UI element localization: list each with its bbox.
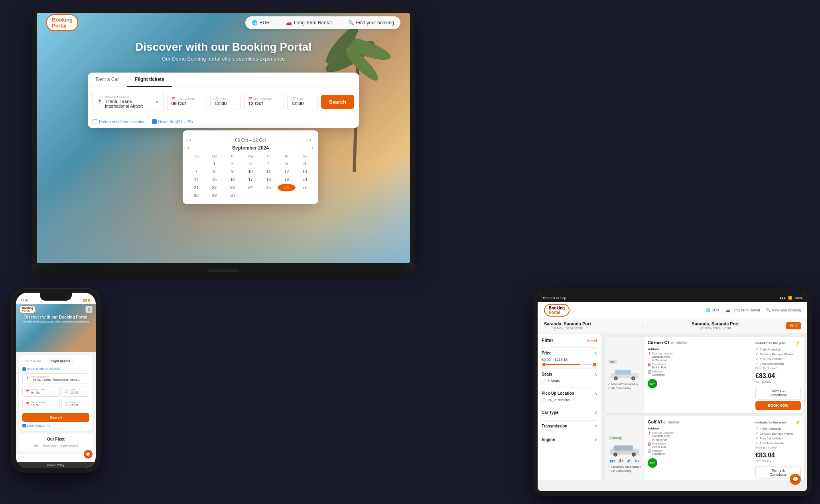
calendar-days: 1 2 3 4 5 6 7 8 9 10 11 (187, 160, 313, 199)
phone-fleet-section: Our Fleet Mini Economy Intermediate (19, 434, 93, 451)
laptop-website: Booking Portal 🌐 EUR 🚗 Long Term R (37, 13, 410, 263)
tablet-device: 12:09 Fri 27 Sep ●●● 📶 100% BookingPorta… (533, 289, 812, 496)
phone-search-tabs: Rent a Car Flight tickets (22, 358, 89, 364)
driver-age-checkbox-icon (22, 424, 26, 427)
nav-currency[interactable]: 🌐 EUR (252, 20, 270, 26)
addon-fuel-citroen: ⛽ Fuel Policy: Full to Full (648, 363, 749, 369)
filter-title: Filter (542, 338, 553, 343)
cartype-chevron-icon: ∨ (594, 410, 597, 415)
tab-rent-car[interactable]: Rent a Car (88, 73, 127, 87)
tablet-filter-sidebar: Filter Reset Price ∧ €0.00 – €213.15 (538, 334, 601, 480)
price-slider-left-thumb[interactable] (542, 362, 546, 367)
calendar-range-header: ‹ 06 Oct – 12 Oct › (187, 135, 313, 145)
tablet-screen: 12:09 Fri 27 Sep ●●● 📶 100% BookingPorta… (538, 293, 807, 491)
tablet-search-icon: 🔍 (766, 308, 771, 312)
logo-text-line2: Portal (52, 23, 67, 29)
tablet-wifi-icon: 📶 (788, 296, 792, 300)
filter-reset-button[interactable]: Reset (587, 339, 597, 343)
phone-fleet-categories: Mini Economy Intermediate (22, 444, 89, 447)
price-range-label: €0.00 – €213.15 (542, 358, 597, 362)
svg-rect-8 (623, 370, 630, 374)
driver-age-checkbox[interactable]: Driver Age(21 – 75) (152, 119, 193, 124)
phone-driver-age: Driver Age(21 – 75) (22, 424, 89, 427)
cal-prev-month[interactable]: ‹ (187, 145, 189, 151)
laptop-pickup-location-field[interactable]: 📍 Pick-Up Location Tirana, Tirana Intern… (93, 92, 164, 112)
phone-cookie-banner[interactable]: Cookie Policy (16, 462, 96, 468)
seats-chevron-icon: ∧ (594, 372, 597, 376)
laptop-pickup-date-field[interactable]: 📅 Pick-up Date 06 Oct (167, 94, 207, 110)
car-badge-economy-golf: Economy (608, 436, 623, 440)
nav-long-term[interactable]: 🚗 Long Term Rental (286, 20, 332, 26)
phone-hero: BookingPortal ☰ Discover with our Bookin… (16, 304, 96, 352)
cal-next-month[interactable]: › (311, 145, 313, 151)
cal-prev-icon[interactable]: ‹ (190, 138, 191, 142)
laptop-hero-subtitle: Our Demo Booking portal offers seamless … (37, 56, 410, 62)
checkbox-empty-icon (93, 119, 97, 124)
filter-engine-header[interactable]: Engine ∨ (542, 437, 597, 442)
tablet-time: 12:09 Fri 27 Sep (542, 296, 566, 300)
dropdown-icon: ▼ (155, 99, 160, 105)
tablet-chat-button[interactable]: 💬 (790, 474, 801, 485)
phone-clock-icon-2: 🕐 (65, 402, 69, 406)
phone-content: BookingPortal ☰ Discover with our Bookin… (16, 304, 96, 468)
phone-tab-rent[interactable]: Rent a Car (22, 358, 44, 364)
addon-pickup-golf: 📍 Pick-Up Location: Saranda PortIn Termi… (648, 431, 749, 441)
price-slider[interactable] (542, 364, 597, 365)
phone-chat-button[interactable]: 💬 (84, 450, 93, 459)
filter-seats-section: Seats ∧ 5 Seats (542, 368, 597, 388)
phone-time: 17:02 (21, 299, 29, 302)
laptop-search-widget: Rent a Car Flight tickets 📍 Pick-Up Loca… (88, 73, 359, 128)
laptop-dropoff-time-field[interactable]: 🕐 Time 12:00 (287, 94, 318, 110)
phone-hero-title: Discover with our Booking Portal (20, 315, 92, 319)
filter-5-seats[interactable]: 5 Seats (542, 379, 597, 383)
laptop-pickup-time-field[interactable]: 🕐 Time 12:00 (210, 94, 241, 110)
laptop-base (32, 263, 415, 278)
filter-seats-header[interactable]: Seats ∧ (542, 372, 597, 376)
phone-screen: 17:02 📶🔋 BookingPortal ☰ Discover with o… (16, 293, 96, 468)
phone-logo: BookingPortal (19, 305, 36, 313)
filter-cartype-header[interactable]: Car Type ∨ (542, 410, 597, 415)
book-button-citroen[interactable]: BOOK NOW (755, 401, 801, 410)
phone-hero-subtitle: Our Demo Booking portal offers seamless … (20, 320, 92, 323)
laptop-search-button[interactable]: Search (321, 95, 354, 109)
price-slider-right-thumb[interactable] (592, 362, 597, 367)
phone-pickup-location[interactable]: 📍 Pick-Up Location Tirana, Tirana Intern… (22, 373, 89, 384)
tablet-main-content: Filter Reset Price ∧ €0.00 – €213.15 (538, 334, 807, 480)
phone-return-checkbox[interactable]: Return in different location (22, 367, 89, 371)
car-image-golf: Economy (605, 416, 645, 480)
tablet-globe-icon: 🌐 (706, 308, 710, 312)
filter-transmission-header[interactable]: Transmission ∨ (542, 424, 597, 428)
laptop-hero: Booking Portal 🌐 EUR 🚗 Long Term R (37, 13, 410, 263)
tablet-edit-button[interactable]: EDIT (786, 322, 801, 329)
tab-flight-tickets[interactable]: Flight tickets (127, 73, 172, 87)
phone-fleet-title: Our Fleet (22, 437, 89, 441)
tablet-nav-currency[interactable]: 🌐 EUR (706, 308, 719, 312)
return-different-location-checkbox[interactable]: Return in different location (93, 119, 146, 124)
phone-dropoff-date[interactable]: 📅 Drop-off Date 11 Oct (22, 399, 60, 410)
tablet-signal-icon: ●●● (780, 296, 786, 300)
laptop-screen: Booking Portal 🌐 EUR 🚗 Long Term R (37, 13, 410, 263)
phone-menu-icon[interactable]: ☰ (85, 306, 93, 313)
filter-in-terminal[interactable]: IN_TERMINAL (542, 398, 597, 402)
nav-find-booking[interactable]: 🔍 Find your booking (348, 20, 394, 26)
phone-pickup-date[interactable]: 📅 Pick-up Date 04 Oct (22, 386, 60, 397)
laptop-dropoff-date-field[interactable]: 📅 Drop-off Date 12 Oct (244, 94, 284, 110)
phone-dropoff-time[interactable]: 🕐 Time 12:00 (61, 399, 89, 410)
phone-pickup-time[interactable]: 🕐 Time 12:00 (61, 386, 89, 397)
bp-logo-golf: BP (648, 458, 657, 468)
car-price-citroen: Included in the price ⚡ ✓Theft Protectio… (752, 337, 804, 413)
nav-divider-1 (278, 20, 278, 26)
filter-price-header[interactable]: Price ∧ (542, 351, 597, 355)
phone-search-widget: Rent a Car Flight tickets Return in diff… (19, 355, 93, 431)
filter-transmission-section: Transmission ∨ (542, 420, 597, 434)
filter-pickup-section: Pick-Up Location ∧ IN_TERMINAL (542, 388, 597, 407)
car-features-golf: ✓ Automatic Transmission ✓ Air Condition… (608, 465, 641, 473)
tablet-nav-find-booking[interactable]: 🔍 Find your booking (766, 308, 801, 312)
laptop-logo: Booking Portal (46, 14, 78, 31)
tablet-nav-long-term[interactable]: 🚗 Long Term Rental (726, 308, 760, 312)
terms-button-citroen[interactable]: Terms &Conditions (755, 387, 801, 400)
cal-next-icon[interactable]: › (309, 138, 311, 142)
phone-tab-flight[interactable]: Flight tickets (47, 358, 73, 364)
filter-pickup-header[interactable]: Pick-Up Location ∧ (542, 391, 597, 396)
phone-search-button[interactable]: Search (22, 413, 89, 422)
